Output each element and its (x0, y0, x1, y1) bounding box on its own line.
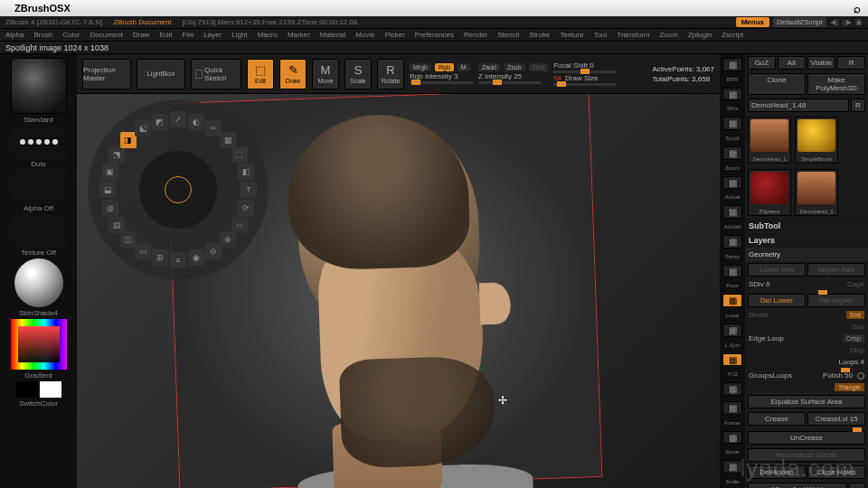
menu-zoom[interactable]: Zoom (659, 31, 677, 39)
tray-left-icon[interactable]: ◀|| (830, 18, 839, 26)
draw-size-slider[interactable] (553, 83, 617, 86)
layers-header[interactable]: Layers (745, 233, 868, 248)
dial-seg-19[interactable]: ▣ (102, 164, 118, 180)
dial-seg-20[interactable]: ⬔ (108, 146, 125, 163)
clone-button[interactable]: Clone (748, 73, 806, 95)
r-button[interactable]: R (837, 56, 865, 70)
menu-alpha[interactable]: Alpha (5, 31, 24, 39)
menu-render[interactable]: Render (464, 31, 487, 39)
dial-seg-0[interactable]: ⤢ (170, 111, 186, 127)
tool-thumb-DemoHead_1[interactable]: DemoHead_1 (748, 117, 791, 164)
dial-seg-12[interactable]: ≡ (170, 252, 186, 268)
dial-seg-7[interactable]: ⟳ (238, 200, 254, 216)
del-lower-button[interactable]: Del Lower (748, 294, 806, 307)
menu-edit[interactable]: Edit (160, 31, 173, 39)
mrgb-button[interactable]: Mrgb (410, 63, 431, 71)
crease-level[interactable]: CreaseLvl 15 (807, 412, 865, 426)
menu-transform[interactable]: Transform (617, 31, 649, 39)
quick-sketch-button[interactable]: Quick Sketch (191, 59, 241, 89)
goz-button[interactable]: GoZ (748, 56, 776, 70)
dial-seg-14[interactable]: ▭ (135, 243, 151, 259)
menu-preferences[interactable]: Preferences (415, 31, 454, 39)
uncrease-button[interactable]: UnCrease (748, 431, 865, 445)
disp-button[interactable]: Disp (850, 346, 864, 354)
menu-tool[interactable]: Tool (594, 31, 608, 39)
draw-button[interactable]: ✎Draw (279, 59, 307, 89)
tool-r-button[interactable]: R (851, 99, 865, 112)
smt-button[interactable]: Smt (846, 311, 864, 319)
frame-icon[interactable]: ▦ (722, 401, 742, 415)
sdiv-label[interactable]: SDiv 6 (749, 280, 770, 288)
menu-macro[interactable]: Macro (258, 31, 278, 39)
dial-seg-11[interactable]: ◉ (188, 249, 204, 266)
dial-seg-5[interactable]: ◧ (238, 164, 254, 180)
texture-preview[interactable] (11, 214, 67, 247)
subtool-header[interactable]: SubTool (745, 219, 868, 233)
m-button[interactable]: M (458, 63, 470, 71)
dial-seg-15[interactable]: ◫ (120, 231, 137, 248)
tray-right-icon[interactable]: ||▶ (843, 18, 852, 26)
suv-button[interactable]: Suv (852, 323, 864, 331)
menu-light[interactable]: Light (231, 31, 247, 39)
alpha-preview[interactable] (11, 170, 67, 202)
scale-button[interactable]: SScale (344, 59, 372, 89)
dial-seg-6[interactable]: T (241, 182, 257, 198)
local-icon[interactable]: ▦ (722, 294, 742, 307)
actual-icon[interactable]: ▦ (722, 176, 742, 190)
make-polymesh3d-button[interactable]: Make PolyMesh3D (807, 73, 865, 95)
color-picker[interactable] (11, 319, 67, 370)
polish-label[interactable]: Polish 50 (823, 371, 853, 380)
crease-button[interactable]: Crease (748, 412, 806, 426)
lsym-icon[interactable]: ▦ (722, 324, 742, 337)
mirror-axis-button[interactable]: x (849, 483, 865, 488)
tool-name[interactable]: DemoHead_1.48 (748, 99, 849, 112)
scroll-icon[interactable]: ▦ (722, 117, 742, 130)
dial-seg-16[interactable]: ▤ (108, 217, 125, 233)
all-button[interactable]: All (778, 56, 806, 70)
visible-button[interactable]: Visible (807, 56, 835, 70)
edge-loop-button[interactable]: Edge Loop (749, 334, 784, 343)
divide-button[interactable]: Divide (749, 311, 769, 319)
menu-draw[interactable]: Draw (133, 31, 150, 39)
dial-center[interactable] (165, 176, 192, 203)
menu-material[interactable]: Material (320, 31, 345, 39)
triangle-button[interactable]: Triangle (835, 383, 864, 391)
tool-thumb-ZSphere[interactable]: ZSphere (748, 169, 791, 216)
rgb-button[interactable]: Rgb (435, 63, 454, 71)
app-name[interactable]: ZBrushOSX (14, 3, 71, 14)
tool-thumb-DemoHead_1[interactable]: DemoHead_1 (795, 169, 838, 216)
rotate-button[interactable]: RRotate (377, 59, 404, 89)
spotlight-icon[interactable]: ⌕ (854, 2, 861, 15)
menu-zplugin[interactable]: Zplugin (688, 31, 712, 39)
tool-thumb-SimpleBrush[interactable]: SimpleBrush (795, 117, 838, 164)
menu-texture[interactable]: Texture (560, 31, 583, 39)
aahalf-icon[interactable]: ▦ (722, 205, 742, 219)
menu-picker[interactable]: Picker (385, 31, 405, 39)
dial-seg-13[interactable]: ⊞ (152, 249, 168, 266)
zcut-button[interactable]: Zcut (529, 63, 549, 71)
polish-circle-icon[interactable] (857, 372, 864, 380)
rgb-intensity-slider[interactable] (410, 81, 473, 84)
menus-button[interactable]: Menus (736, 17, 769, 27)
loops-label[interactable]: Loops 4 (839, 358, 864, 366)
canvas-viewport[interactable]: ✢ ⤢◐✂▦⬚◧T⟳↔⊕⊖◉≡⊞▭◫▤◍⬓▣⬔◨⬕◩ (77, 94, 720, 488)
menu-file[interactable]: File (182, 31, 193, 39)
crisp-button[interactable]: Crisp (843, 334, 864, 343)
persp-icon[interactable]: ▦ (722, 235, 742, 249)
focal-shift-slider[interactable] (553, 70, 617, 73)
menu-stroke[interactable]: Stroke (529, 31, 550, 39)
menu-stencil[interactable]: Stencil (497, 31, 519, 39)
move-button[interactable]: MMove (312, 59, 339, 89)
menu-color[interactable]: Color (62, 31, 80, 39)
menu-marker[interactable]: Marker (288, 31, 310, 39)
groups-loops-button[interactable]: GroupsLoops (749, 371, 792, 380)
dial-seg-17[interactable]: ◍ (102, 200, 118, 216)
zsub-button[interactable]: Zsub (504, 63, 525, 71)
zoom-icon[interactable]: ▦ (722, 146, 742, 160)
del-higher-button[interactable]: Del Higher (807, 294, 865, 307)
collapse-icon[interactable]: ▣ (855, 18, 863, 26)
equalize-button[interactable]: Equalize Surface Area (748, 395, 865, 408)
dial-seg-22[interactable]: ⬕ (135, 120, 151, 136)
floor-icon[interactable]: ▦ (722, 265, 742, 278)
stroke-preview[interactable] (11, 126, 67, 158)
